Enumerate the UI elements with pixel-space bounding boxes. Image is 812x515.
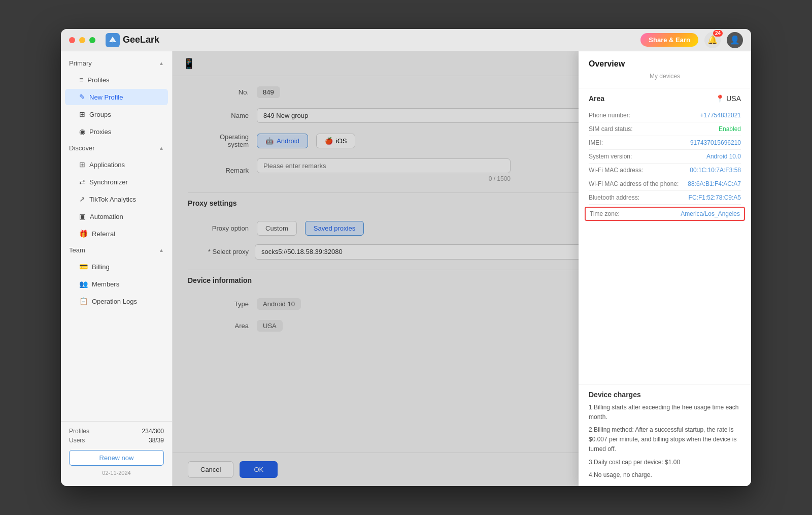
close-button[interactable] xyxy=(69,37,75,43)
sidebar-item-automation[interactable]: ▣ Automation xyxy=(65,208,168,224)
sidebar-item-members-label: Members xyxy=(92,280,119,288)
sidebar-item-synchronizer[interactable]: ⇄ Synchronizer xyxy=(65,174,168,190)
sim-status-row: SIM card status: Enabled xyxy=(589,122,741,136)
device-charges-section: Device charges 1.Billing starts after ex… xyxy=(579,384,751,486)
overview-panel: Overview My devices Area 📍 USA Phone num… xyxy=(579,51,751,486)
date-label: 02-11-2024 xyxy=(69,470,164,476)
wifi-mac-value: 00:1C:10:7A:F3:58 xyxy=(690,167,741,174)
discover-section-header[interactable]: Discover ▲ xyxy=(61,140,172,156)
app-body: Primary ▲ ≡ Profiles ✎ New Profile ⊞ Gro… xyxy=(61,51,751,486)
logo-icon xyxy=(106,33,120,47)
minimize-button[interactable] xyxy=(79,37,85,43)
sidebar-item-members[interactable]: 👥 Members xyxy=(65,276,168,292)
sidebar-item-groups-label: Groups xyxy=(89,111,111,118)
sidebar-item-referral[interactable]: 🎁 Referral xyxy=(65,226,168,242)
sim-status-value: Enabled xyxy=(719,125,741,133)
sidebar-item-proxies[interactable]: ◉ Proxies xyxy=(65,123,168,140)
wifi-mac-key: Wi-Fi MAC address: xyxy=(589,167,643,174)
discover-chevron-icon: ▲ xyxy=(159,145,164,151)
tiktok-icon: ↗ xyxy=(79,195,85,203)
imei-value: 917437015696210 xyxy=(690,139,741,146)
charge-item-1: 1.Billing starts after exceeding the fre… xyxy=(589,403,741,422)
charges-text: 1.Billing starts after exceeding the fre… xyxy=(589,403,741,480)
sidebar-item-groups[interactable]: ⊞ Groups xyxy=(65,106,168,122)
overview-title: Overview xyxy=(589,59,741,69)
system-version-value: Android 10.0 xyxy=(706,153,741,160)
proxies-icon: ◉ xyxy=(79,127,85,136)
device-charges-title: Device charges xyxy=(589,391,741,399)
sidebar-item-new-profile[interactable]: ✎ New Profile xyxy=(65,89,168,105)
groups-icon: ⊞ xyxy=(79,110,85,118)
wifi-mac-phone-key: Wi-Fi MAC address of the phone: xyxy=(589,180,679,187)
notification-button[interactable]: 🔔 24 xyxy=(704,32,721,48)
primary-section-header[interactable]: Primary ▲ xyxy=(61,55,172,71)
sidebar-bottom: Profiles 234/300 Users 38/39 Renew now 0… xyxy=(61,421,172,482)
sidebar: Primary ▲ ≡ Profiles ✎ New Profile ⊞ Gro… xyxy=(61,51,173,486)
discover-label: Discover xyxy=(69,144,95,152)
members-icon: 👥 xyxy=(79,280,88,288)
new-profile-icon: ✎ xyxy=(79,93,85,101)
sidebar-item-proxies-label: Proxies xyxy=(89,128,111,136)
charge-item-4: 4.No usage, no charge. xyxy=(589,470,741,480)
imei-key: IMEI: xyxy=(589,139,603,146)
billing-icon: 💳 xyxy=(79,263,88,271)
sidebar-item-synchronizer-label: Synchronizer xyxy=(89,178,128,186)
sidebar-item-applications-label: Applications xyxy=(89,161,125,169)
sidebar-item-operation-logs-label: Operation Logs xyxy=(92,298,137,305)
system-version-key: System version: xyxy=(589,153,632,160)
share-earn-button[interactable]: Share & Earn xyxy=(640,33,698,47)
operation-logs-icon: 📋 xyxy=(79,297,88,305)
titlebar-actions: Share & Earn 🔔 24 👤 xyxy=(640,32,743,48)
sidebar-item-tiktok[interactable]: ↗ TikTok Analytics xyxy=(65,191,168,207)
sidebar-item-operation-logs[interactable]: 📋 Operation Logs xyxy=(65,293,168,309)
sidebar-item-referral-label: Referral xyxy=(92,230,115,238)
team-chevron-icon: ▲ xyxy=(159,247,164,253)
timezone-key: Time zone: xyxy=(590,210,620,217)
imei-row: IMEI: 917437015696210 xyxy=(589,136,741,150)
sidebar-item-billing[interactable]: 💳 Billing xyxy=(65,259,168,275)
overview-area-row: Area 📍 USA xyxy=(589,94,741,103)
sidebar-item-automation-label: Automation xyxy=(90,213,123,220)
titlebar: GeeLark Share & Earn 🔔 24 👤 xyxy=(61,29,751,51)
phone-number-key: Phone number: xyxy=(589,112,630,119)
main-content: 📱 No. 849 Name 849 New group 13 / 100 xyxy=(173,51,751,486)
wifi-mac-phone-value: 88:6A:B1:F4:AC:A7 xyxy=(688,180,741,187)
user-avatar-button[interactable]: 👤 xyxy=(727,32,743,48)
profiles-icon: ≡ xyxy=(79,76,83,84)
overview-subtitle: My devices xyxy=(589,71,741,84)
app-logo: GeeLark xyxy=(106,33,159,47)
app-window: GeeLark Share & Earn 🔔 24 👤 Primary ▲ ≡ … xyxy=(61,29,751,486)
charge-item-3: 3.Daily cost cap per device: $1.00 xyxy=(589,458,741,467)
referral-icon: 🎁 xyxy=(79,230,88,238)
sidebar-item-new-profile-label: New Profile xyxy=(89,93,123,101)
applications-icon: ⊞ xyxy=(79,160,85,169)
sidebar-item-applications[interactable]: ⊞ Applications xyxy=(65,156,168,173)
wifi-mac-phone-row: Wi-Fi MAC address of the phone: 88:6A:B1… xyxy=(589,177,741,191)
wifi-mac-row: Wi-Fi MAC address: 00:1C:10:7A:F3:58 xyxy=(589,164,741,177)
charge-item-2: 2.Billing method: After a successful sta… xyxy=(589,425,741,455)
overview-body: Area 📍 USA Phone number: +17754832021 SI… xyxy=(579,88,751,384)
system-version-row: System version: Android 10.0 xyxy=(589,150,741,164)
renew-button[interactable]: Renew now xyxy=(69,450,164,466)
sidebar-item-tiktok-label: TikTok Analytics xyxy=(89,196,136,203)
overview-header: Overview My devices xyxy=(579,51,751,88)
timezone-row: Time zone: America/Los_Angeles xyxy=(585,207,745,221)
users-usage-value: 38/39 xyxy=(149,437,164,444)
phone-number-value: +17754832021 xyxy=(700,112,741,119)
profiles-usage-value: 234/300 xyxy=(142,428,164,435)
bluetooth-row: Bluetooth address: FC:F1:52:78:C9:A5 xyxy=(589,191,741,205)
maximize-button[interactable] xyxy=(89,37,95,43)
synchronizer-icon: ⇄ xyxy=(79,178,85,186)
logo-text: GeeLark xyxy=(123,35,159,45)
automation-icon: ▣ xyxy=(79,212,86,220)
bluetooth-key: Bluetooth address: xyxy=(589,194,639,201)
overview-area-label: Area xyxy=(589,94,604,103)
sidebar-item-profiles[interactable]: ≡ Profiles xyxy=(65,72,168,88)
team-section-header[interactable]: Team ▲ xyxy=(61,242,172,258)
primary-chevron-icon: ▲ xyxy=(159,60,164,66)
profiles-usage-row: Profiles 234/300 xyxy=(69,428,164,435)
phone-number-row: Phone number: +17754832021 xyxy=(589,109,741,122)
profiles-usage-label: Profiles xyxy=(69,428,89,435)
users-usage-label: Users xyxy=(69,437,85,444)
overview-area-value: 📍 USA xyxy=(716,94,741,103)
